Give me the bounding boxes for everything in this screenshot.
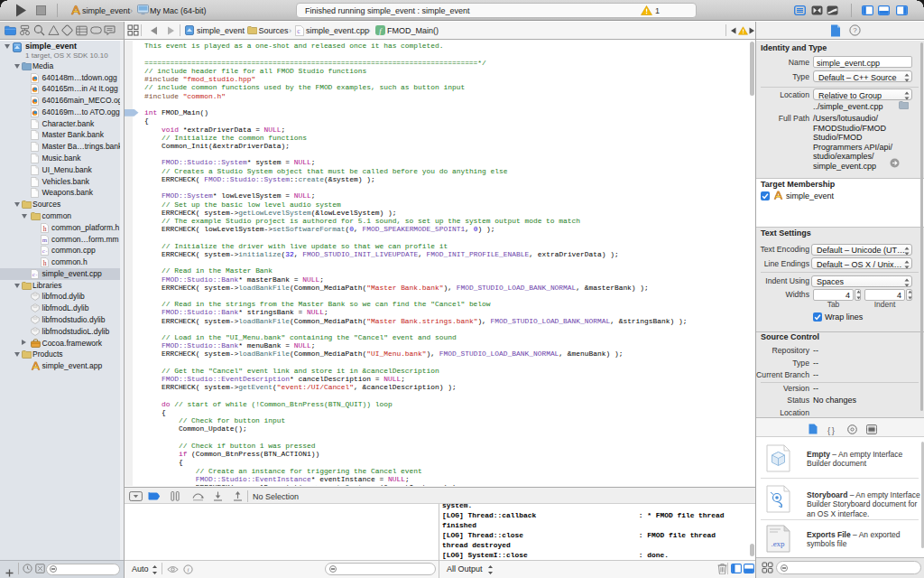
svg-text:m: m: [42, 237, 48, 244]
svg-text:c: c: [42, 248, 45, 256]
svg-text:c: c: [32, 271, 35, 278]
svg-text:i: i: [188, 566, 189, 573]
svg-text:?: ?: [853, 26, 857, 34]
svg-text:.exp: .exp: [771, 539, 785, 548]
svg-text:h: h: [43, 259, 47, 267]
svg-text:h: h: [43, 224, 47, 232]
